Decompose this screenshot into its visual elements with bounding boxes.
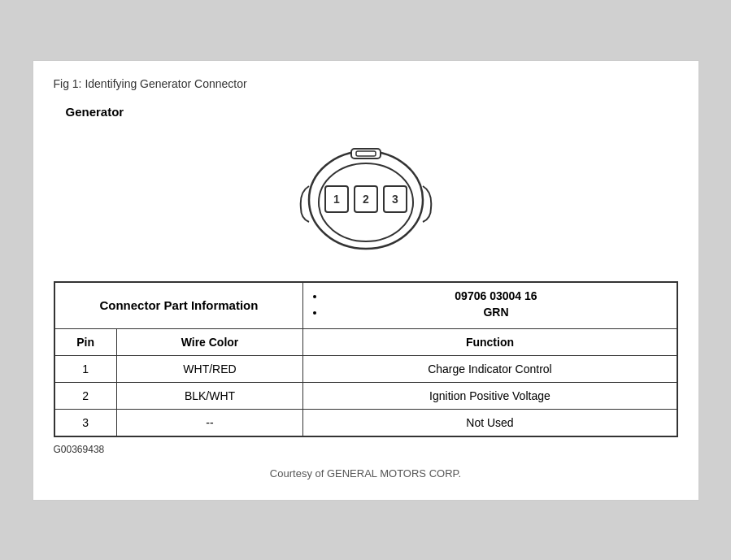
pin-header: Pin bbox=[54, 328, 117, 355]
wire-color-3: -- bbox=[116, 409, 303, 436]
function-header: Function bbox=[303, 328, 677, 355]
pin-2: 2 bbox=[54, 382, 117, 409]
function-1: Charge Indicator Control bbox=[303, 355, 677, 382]
table-row: 3 -- Not Used bbox=[54, 409, 677, 436]
function-3: Not Used bbox=[303, 409, 677, 436]
part-number-1: 09706 03004 16 bbox=[325, 289, 666, 302]
component-label: Generator bbox=[66, 105, 678, 119]
part-info-row: Connector Part Information 09706 03004 1… bbox=[54, 282, 677, 329]
function-2: Ignition Positive Voltage bbox=[303, 382, 677, 409]
svg-text:3: 3 bbox=[392, 193, 398, 206]
courtesy-text: Courtesy of GENERAL MOTORS CORP. bbox=[54, 467, 678, 480]
connector-table: Connector Part Information 09706 03004 1… bbox=[54, 281, 678, 437]
wire-color-header: Wire Color bbox=[116, 328, 303, 355]
figure-title: Fig 1: Identifying Generator Connector bbox=[54, 77, 678, 90]
pin-1: 1 bbox=[54, 355, 117, 382]
part-info-cell: Connector Part Information bbox=[54, 282, 303, 329]
table-row: 2 BLK/WHT Ignition Positive Voltage bbox=[54, 382, 677, 409]
table-row: 1 WHT/RED Charge Indicator Control bbox=[54, 355, 677, 382]
wire-color-2: BLK/WHT bbox=[116, 382, 303, 409]
svg-text:1: 1 bbox=[333, 193, 340, 206]
connector-diagram: 1 2 3 bbox=[54, 131, 678, 261]
figure-id: G00369438 bbox=[54, 444, 678, 455]
part-number-2: GRN bbox=[325, 306, 666, 319]
column-header-row: Pin Wire Color Function bbox=[54, 328, 677, 355]
page-container: Fig 1: Identifying Generator Connector G… bbox=[0, 0, 731, 560]
wire-color-1: WHT/RED bbox=[116, 355, 303, 382]
part-number-list: 09706 03004 16 GRN bbox=[313, 289, 666, 319]
content-box: Fig 1: Identifying Generator Connector G… bbox=[33, 60, 699, 501]
connector-svg: 1 2 3 bbox=[293, 131, 439, 261]
svg-text:2: 2 bbox=[363, 193, 369, 206]
part-numbers-cell: 09706 03004 16 GRN bbox=[303, 282, 677, 329]
pin-3: 3 bbox=[54, 409, 117, 436]
